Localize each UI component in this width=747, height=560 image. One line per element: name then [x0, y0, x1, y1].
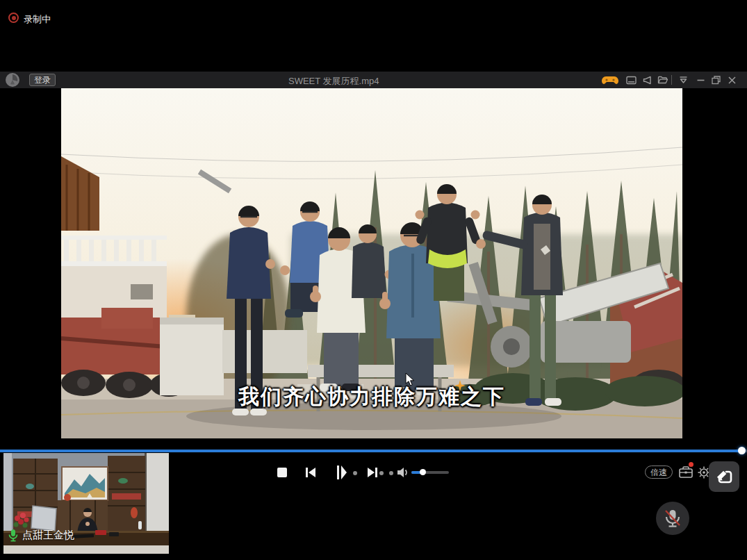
marker-dot[interactable]: [389, 471, 393, 475]
marker-dot[interactable]: [353, 471, 357, 475]
stop-button[interactable]: [277, 467, 288, 478]
sparkle-icon: [454, 380, 466, 391]
window-title: SWEET 发展历程.mp4: [288, 75, 379, 88]
broadcast-icon[interactable]: [641, 74, 653, 86]
volume-knob[interactable]: [420, 469, 426, 475]
mouse-cursor: [405, 372, 415, 386]
video-surface[interactable]: 我们齐心协力排除万难之下: [61, 88, 682, 438]
video-subtitle: 我们齐心协力排除万难之下: [61, 383, 682, 411]
speed-button[interactable]: 倍速: [645, 466, 673, 479]
mic-on-icon: [8, 529, 18, 542]
tray-dropdown-icon[interactable]: [678, 74, 689, 86]
mic-muted-icon: [664, 509, 682, 528]
volume-icon[interactable]: [396, 466, 410, 479]
progress-fill: [0, 450, 743, 452]
subtitle-panel-icon[interactable]: [625, 74, 637, 86]
notification-dot: [689, 462, 693, 467]
previous-button[interactable]: [304, 467, 317, 478]
progress-knob[interactable]: [738, 447, 746, 454]
volume-slider[interactable]: [411, 471, 449, 474]
play-pause-button[interactable]: [336, 465, 348, 480]
recording-dot-icon: [8, 13, 19, 23]
login-button[interactable]: 登录: [29, 74, 56, 86]
marker-dot[interactable]: [379, 471, 384, 475]
minimize-icon[interactable]: [695, 74, 707, 86]
mute-mic-button[interactable]: [656, 502, 689, 535]
webcam-name-text: 点甜王金悦: [22, 529, 74, 542]
annotate-button[interactable]: [709, 461, 739, 492]
progress-bar[interactable]: [0, 450, 747, 452]
titlebar-separator: [671, 75, 672, 85]
webcam-preview[interactable]: 点甜王金悦: [3, 453, 169, 554]
folder-open-icon[interactable]: [657, 74, 668, 86]
webcam-name-label: 点甜王金悦: [8, 529, 74, 542]
player-logo-icon: [6, 73, 19, 87]
annotate-pen-icon: [714, 467, 734, 486]
restore-icon[interactable]: [710, 74, 722, 86]
game-controller-icon[interactable]: [602, 74, 618, 86]
recording-status-label: 录制中: [24, 13, 51, 26]
next-button[interactable]: [366, 467, 379, 478]
toolbox-icon[interactable]: [678, 466, 693, 479]
close-icon[interactable]: [726, 74, 738, 86]
